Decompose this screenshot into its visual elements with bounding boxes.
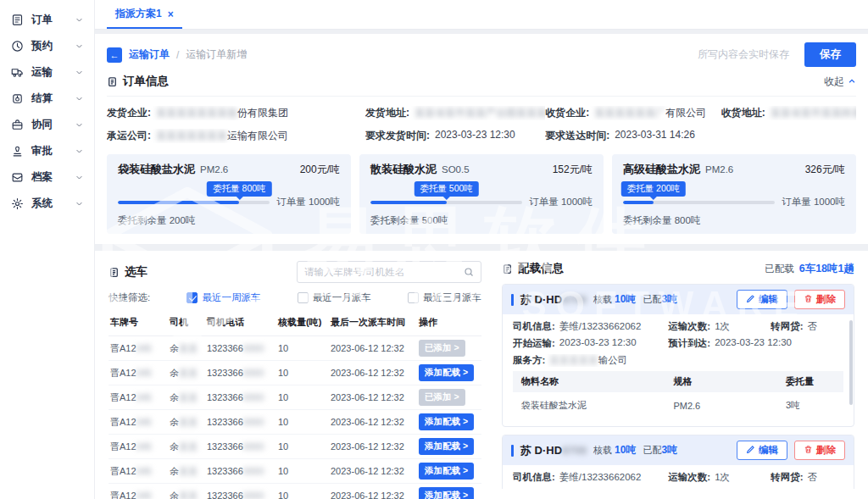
- added-button[interactable]: 已添加 >: [419, 340, 465, 357]
- order-quantity: 订单量 1000吨: [276, 196, 340, 208]
- loan-flag: 转网贷:否: [771, 471, 843, 484]
- column-header: 司机电话: [205, 309, 276, 336]
- main-area: 指派方案1 × ← 运输订单 / 运输订单新增 所写内容会实时保存 保存: [95, 0, 868, 499]
- last-dispatch-cell: 2023-06-12 12:32: [329, 336, 417, 361]
- vehicle-panel-title: 选车: [108, 264, 147, 280]
- edit-button[interactable]: 编辑: [737, 290, 787, 309]
- order-field: 承运公司:某某某某某某某运输有限公司: [107, 129, 365, 143]
- loaded-value: 6车18吨1趟: [799, 262, 854, 276]
- collapse-toggle[interactable]: 收起: [824, 75, 856, 89]
- checkbox-icon[interactable]: [408, 292, 419, 303]
- trash-icon: [804, 294, 813, 305]
- vehicle-table-body: 晋A12345余某某13233660000102023-06-12 12:32已…: [108, 336, 481, 499]
- plate-cell: 晋A12345: [108, 336, 168, 361]
- add-load-button[interactable]: 添加配载 >: [419, 487, 474, 499]
- last-dispatch-cell: 2023-06-12 12:32: [329, 459, 417, 484]
- capacity-cell: 10: [276, 385, 329, 410]
- filter-checkbox[interactable]: 最近一周派车: [186, 291, 260, 304]
- vehicle-table: 车牌号司机司机电话核载量(吨)最后一次派车时间操作 晋A12345余某某1323…: [108, 309, 481, 499]
- filter-checkbox[interactable]: 最近一月派车: [298, 291, 371, 304]
- vehicle-row: 晋A12345余某某13233660000102023-06-12 12:32添…: [108, 361, 481, 385]
- back-button[interactable]: ←: [107, 47, 122, 63]
- add-load-button[interactable]: 添加配载 >: [419, 463, 474, 480]
- plate-cell: 晋A12345: [108, 410, 168, 435]
- product-cards: 袋装硅酸盐水泥PM2.6200元/吨委托量 800吨订单量 1000吨委托剩余量…: [107, 154, 856, 234]
- remaining-quantity: 委托剩余量 800吨: [623, 214, 845, 227]
- vehicle-row: 晋A12345余某某13233660000102023-06-12 12:32已…: [108, 336, 481, 361]
- transport-count: 运输次数:1次: [668, 320, 771, 333]
- scrollbar-thumb[interactable]: [849, 320, 853, 405]
- sidebar-item-approval[interactable]: 审批: [0, 138, 94, 164]
- load-card-header: 苏 D·HD8708核载 10吨已配3吨编辑删除: [503, 285, 854, 314]
- chevron-down-icon: [75, 121, 83, 129]
- field-label: 收货地址:: [721, 106, 765, 120]
- sidebar-item-transport[interactable]: 运输: [0, 59, 94, 86]
- autosave-hint: 所写内容会实时保存: [698, 47, 789, 62]
- added-button[interactable]: 已添加 >: [419, 389, 465, 406]
- vehicle-row: 晋A12345余某某13233660000102023-06-12 12:32已…: [108, 385, 481, 410]
- driver-info: 司机信息:姜维/13233662062: [513, 320, 668, 333]
- plate-cell: 晋A12345: [108, 459, 168, 484]
- remaining-quantity: 委托剩余量 500吨: [370, 214, 593, 227]
- material-row: 袋装硅酸盐水泥PM2.63吨: [513, 392, 843, 419]
- tab-dispatch-plan[interactable]: 指派方案1 ×: [107, 0, 182, 29]
- edit-button[interactable]: 编辑: [737, 441, 787, 460]
- checkbox-icon[interactable]: [186, 292, 198, 303]
- search-icon[interactable]: [464, 267, 474, 277]
- driver-cell: 余某某: [168, 435, 205, 459]
- last-dispatch-cell: 2023-06-12 12:32: [329, 484, 417, 499]
- accent-bar: [511, 445, 514, 457]
- field-label: 要求发货时间:: [365, 129, 430, 143]
- load-card: 苏 D·HD8708核载 10吨已配3吨编辑删除司机信息:姜维/13233662…: [502, 284, 854, 427]
- orders-icon: [11, 14, 24, 26]
- add-load-button[interactable]: 添加配载 >: [419, 413, 474, 430]
- chevron-down-icon: [75, 174, 83, 181]
- plate-cell: 晋A12345: [108, 361, 168, 385]
- column-header: 最后一次派车时间: [329, 309, 417, 336]
- last-dispatch-cell: 2023-06-12 12:32: [329, 361, 417, 385]
- trash-icon: [804, 445, 813, 456]
- sidebar-item-label: 协同: [31, 118, 68, 132]
- chevron-down-icon: [75, 200, 83, 208]
- sidebar-item-collaboration[interactable]: 协同: [0, 112, 94, 138]
- add-load-button[interactable]: 添加配载 >: [419, 438, 474, 455]
- plate-cell: 晋A12345: [108, 484, 168, 499]
- save-button[interactable]: 保存: [804, 42, 856, 67]
- vehicle-search[interactable]: [297, 261, 481, 283]
- sidebar-item-reservation[interactable]: 预约: [0, 33, 94, 59]
- order-info-section: ← 运输订单 / 运输订单新增 所写内容会实时保存 保存 订单信息 收起: [95, 34, 868, 244]
- sidebar-item-label: 审批: [31, 144, 68, 158]
- load-cards: 苏 D·HD8708核载 10吨已配3吨编辑删除司机信息:姜维/13233662…: [502, 276, 854, 489]
- phone-cell: 13233660000: [205, 410, 276, 435]
- search-input[interactable]: [304, 267, 464, 277]
- field-label: 承运公司:: [107, 129, 151, 143]
- chevron-down-icon: [75, 69, 83, 76]
- field-value: 某某某某某某某股份有限集团: [156, 106, 288, 120]
- sidebar-item-orders[interactable]: 订单: [0, 7, 94, 33]
- delete-button[interactable]: 删除: [794, 441, 845, 460]
- order-fields: 发货企业:某某某某某某某股份有限集团发货地址:某某省某市某某产业园某某某某某号 …: [107, 106, 856, 143]
- filter-checkbox[interactable]: 最近三月派车: [408, 291, 481, 304]
- phone-cell: 13233660000: [205, 385, 276, 410]
- sidebar-item-settlement[interactable]: 结算: [0, 86, 94, 112]
- close-icon[interactable]: ×: [168, 8, 174, 20]
- add-load-button[interactable]: 添加配载 >: [419, 364, 474, 381]
- sidebar-item-system[interactable]: 系统: [0, 191, 94, 217]
- redacted-text: 某某某某某某某股: [156, 107, 237, 119]
- eta-time: 预计到达:2023-03-23 12:30: [668, 337, 843, 350]
- filter-label: 最近一周派车: [202, 291, 260, 304]
- redacted-text: 某某省某市某某路某某: [771, 107, 856, 119]
- consigned-tooltip: 委托量 800吨: [207, 181, 271, 197]
- breadcrumb-parent[interactable]: 运输订单: [129, 47, 170, 62]
- vehicle-row: 晋A12345余某某13233660000102023-06-12 12:32添…: [108, 484, 481, 499]
- column-header: 核载量(吨): [276, 309, 329, 336]
- product-name: 散装硅酸水泥: [370, 162, 437, 177]
- product-card: 袋装硅酸盐水泥PM2.6200元/吨委托量 800吨订单量 1000吨委托剩余量…: [107, 154, 351, 234]
- delete-button[interactable]: 删除: [794, 290, 845, 309]
- progress-bar: [370, 201, 522, 204]
- product-spec: PM2.6: [200, 164, 295, 175]
- load-panel-title: 配载信息: [502, 261, 564, 276]
- checkbox-icon[interactable]: [298, 292, 309, 303]
- sidebar-item-archive[interactable]: 档案: [0, 164, 94, 191]
- transport-count: 运输次数:1次: [668, 471, 771, 484]
